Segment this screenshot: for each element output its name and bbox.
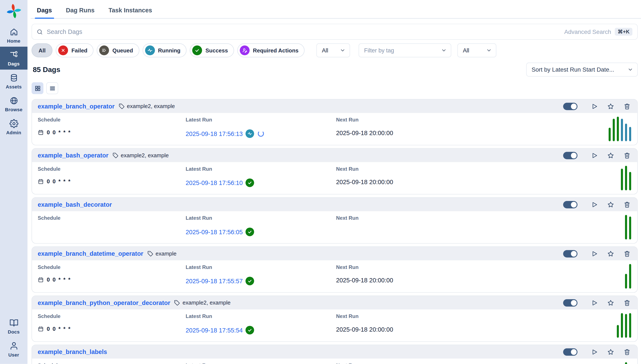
next-run-label: Next Run — [336, 264, 393, 270]
play-icon — [591, 299, 598, 306]
delete-dag-button[interactable] — [623, 102, 631, 110]
run-history-chart[interactable] — [625, 264, 631, 288]
schedule-cron: 0 0 * * * — [47, 276, 71, 283]
trigger-dag-button[interactable] — [591, 102, 598, 110]
latest-run-link[interactable]: 2025-09-18 17:56:05 — [186, 228, 243, 236]
run-bar — [625, 314, 627, 338]
run-bar — [621, 119, 623, 141]
trigger-dag-button[interactable] — [591, 201, 598, 208]
favorite-dag-button[interactable] — [607, 348, 614, 356]
play-icon — [591, 201, 598, 208]
delete-dag-button[interactable] — [623, 152, 631, 159]
next-run-label: Next Run — [336, 166, 393, 172]
dag-title-link[interactable]: example_bash_operator — [38, 152, 108, 159]
favorite-dag-button[interactable] — [607, 299, 614, 306]
next-run-value: 2025-09-18 20:00:00 — [336, 129, 393, 136]
delete-dag-button[interactable] — [623, 348, 631, 356]
dag-title-link[interactable]: example_branch_labels — [38, 348, 107, 356]
run-history-chart[interactable] — [625, 362, 631, 364]
sidebar-item-assets[interactable]: Assets — [0, 70, 28, 93]
run-history-chart[interactable] — [621, 166, 631, 190]
run-bar — [608, 128, 611, 141]
tab-dag-runs[interactable]: Dag Runs — [65, 6, 95, 18]
run-history-chart[interactable] — [625, 215, 631, 239]
filter-pill-queued[interactable]: Queued — [97, 44, 139, 57]
dag-pause-toggle[interactable] — [563, 250, 577, 258]
run-bar — [625, 274, 627, 288]
delete-dag-button[interactable] — [623, 299, 631, 306]
dag-title-link[interactable]: example_branch_operator — [38, 103, 115, 110]
sidebar-item-browse[interactable]: Browse — [0, 92, 28, 116]
dag-card-header: example_bash_decorator — [32, 198, 637, 211]
grid-icon — [34, 85, 41, 92]
dag-pause-toggle[interactable] — [563, 102, 577, 110]
dag-tags-text: example2, example — [127, 103, 175, 109]
filter-pill-all[interactable]: All — [32, 44, 53, 57]
favorite-dag-button[interactable] — [607, 152, 614, 159]
dag-pause-toggle[interactable] — [563, 152, 577, 159]
user-action-icon — [240, 46, 250, 55]
filter-pill-required-actions[interactable]: Required Actions — [237, 44, 305, 57]
x-circle-icon — [58, 46, 68, 55]
delete-dag-button[interactable] — [623, 250, 631, 258]
tab-task-instances[interactable]: Task Instances — [108, 6, 153, 18]
latest-run-label: Latest Run — [186, 363, 260, 364]
latest-run-link[interactable]: 2025-09-18 17:55:57 — [186, 278, 243, 284]
play-icon — [591, 152, 598, 159]
dag-title-link[interactable]: example_branch_python_operator_decorator — [38, 299, 170, 306]
airflow-logo[interactable] — [6, 3, 22, 19]
next-run-value: 2025-09-18 20:00:00 — [336, 326, 393, 333]
user-icon — [9, 342, 18, 350]
top-tabs: Dags Dag Runs Task Instances — [31, 6, 641, 19]
sort-select[interactable]: Sort by Latest Run Start Date... — [526, 63, 637, 76]
sidebar-item-admin[interactable]: Admin — [0, 116, 28, 138]
table-view-button[interactable] — [46, 82, 58, 94]
sidebar-item-user[interactable]: User — [0, 338, 28, 361]
favorite-dag-button[interactable] — [607, 250, 614, 258]
dag-card: example_branch_python_operator_decorator… — [32, 296, 638, 342]
dag-card: example_branch_operator example2, exampl… — [32, 99, 638, 145]
filter-pill-running[interactable]: Running — [142, 44, 187, 57]
schedule-value: 0 0 * * * — [38, 326, 71, 332]
dag-title-link[interactable]: example_bash_decorator — [38, 201, 112, 208]
dag-pause-toggle[interactable] — [563, 299, 577, 306]
run-history-chart[interactable] — [617, 313, 631, 338]
star-icon — [607, 299, 614, 306]
card-view-button[interactable] — [32, 82, 44, 94]
tag-filter-select[interactable]: Filter by tag — [359, 44, 451, 57]
latest-run-link[interactable]: 2025-09-18 17:56:13 — [186, 130, 243, 137]
tab-dags[interactable]: Dags — [36, 6, 53, 18]
latest-run-link[interactable]: 2025-09-18 17:55:54 — [186, 327, 243, 334]
filter-pill-failed[interactable]: Failed — [56, 44, 94, 57]
shortcut-badge: ⌘+K — [615, 28, 632, 36]
delete-dag-button[interactable] — [623, 201, 631, 208]
sidebar-bottom: Docs User — [0, 315, 28, 364]
schedule-label: Schedule — [38, 314, 71, 319]
dag-pause-toggle[interactable] — [563, 201, 577, 208]
favorite-dag-button[interactable] — [607, 102, 614, 110]
dag-pause-toggle[interactable] — [563, 348, 577, 356]
sidebar-item-docs[interactable]: Docs — [0, 315, 28, 338]
latest-run-link[interactable]: 2025-09-18 17:56:10 — [186, 179, 243, 186]
trigger-dag-button[interactable] — [591, 348, 598, 356]
search-input[interactable] — [47, 28, 561, 36]
run-history-chart[interactable] — [608, 116, 631, 141]
favorite-dag-button[interactable] — [607, 201, 614, 208]
schedule-label: Schedule — [38, 215, 61, 221]
trigger-dag-button[interactable] — [591, 299, 598, 306]
trigger-dag-button[interactable] — [591, 152, 598, 159]
home-icon — [9, 28, 18, 36]
sidebar-item-home[interactable]: Home — [0, 24, 28, 47]
dag-card: example_branch_datetime_operator example… — [32, 246, 638, 292]
filter-pill-success[interactable]: Success — [190, 44, 234, 57]
dag-title-link[interactable]: example_branch_datetime_operator — [38, 250, 143, 257]
calendar-icon — [38, 129, 44, 136]
queue-icon — [99, 46, 109, 55]
sidebar-item-dags[interactable]: Dags — [0, 47, 28, 70]
dag-count: 85 Dags — [32, 65, 60, 74]
state-select[interactable]: All — [316, 44, 350, 57]
pause-filter-select[interactable]: All — [458, 44, 496, 57]
next-run-label: Next Run — [336, 215, 358, 221]
trigger-dag-button[interactable] — [591, 250, 598, 258]
advanced-search-link[interactable]: Advanced Search — [564, 28, 611, 35]
